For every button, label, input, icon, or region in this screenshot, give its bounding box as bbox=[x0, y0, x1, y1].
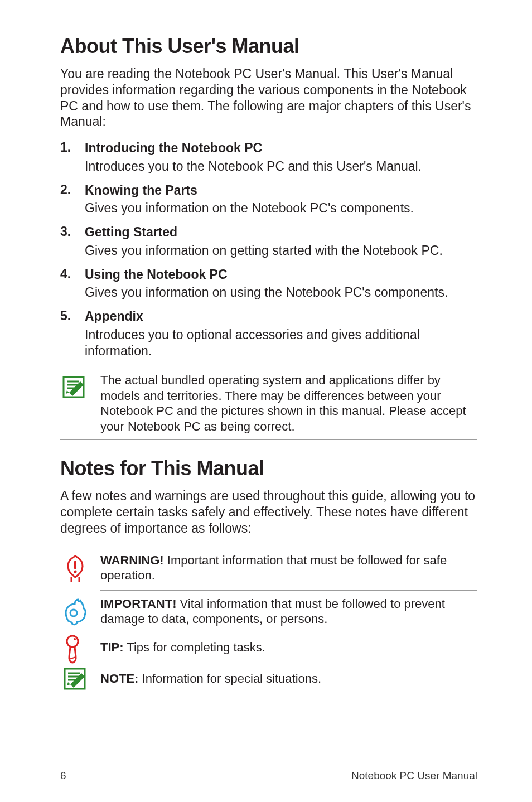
list-item: 1. Introducing the Notebook PC Introduce… bbox=[60, 140, 477, 178]
heading-about: About This User's Manual bbox=[60, 35, 477, 58]
important-icon bbox=[61, 596, 89, 627]
about-intro-paragraph: You are reading the Notebook PC User's M… bbox=[60, 66, 477, 130]
callout-tip: TIP: Tips for completing tasks. bbox=[60, 634, 477, 665]
warning-icon bbox=[61, 553, 89, 584]
svg-point-2 bbox=[74, 570, 77, 573]
chapter-number: 4. bbox=[60, 267, 85, 305]
chapter-list: 1. Introducing the Notebook PC Introduce… bbox=[60, 140, 477, 362]
list-item: 4. Using the Notebook PC Gives you infor… bbox=[60, 267, 477, 305]
important-label: IMPORTANT! bbox=[100, 597, 176, 611]
chapter-desc: Introduces you to optional accessories a… bbox=[85, 327, 477, 359]
chapter-desc: Gives you information on using the Noteb… bbox=[85, 284, 477, 301]
list-item: 5. Appendix Introduces you to optional a… bbox=[60, 308, 477, 362]
chapter-title: Knowing the Parts bbox=[85, 182, 477, 199]
notes-intro-paragraph: A few notes and warnings are used throug… bbox=[60, 488, 477, 536]
heading-notes: Notes for This Manual bbox=[60, 457, 477, 480]
note-icon bbox=[61, 665, 88, 692]
callout-list: WARNING! Important information that must… bbox=[60, 547, 477, 694]
footer-title: Notebook PC User Manual bbox=[351, 770, 477, 782]
chapter-title: Using the Notebook PC bbox=[85, 267, 477, 283]
chapter-number: 5. bbox=[60, 308, 85, 362]
tip-text: Tips for completing tasks. bbox=[124, 640, 265, 654]
warning-label: WARNING! bbox=[100, 553, 164, 567]
chapter-desc: Gives you information on getting started… bbox=[85, 243, 477, 259]
tip-icon bbox=[61, 634, 84, 665]
chapter-number: 2. bbox=[60, 182, 85, 220]
svg-line-6 bbox=[69, 657, 76, 659]
chapter-number: 3. bbox=[60, 224, 85, 262]
svg-point-3 bbox=[70, 610, 77, 616]
callout-warning: WARNING! Important information that must… bbox=[60, 547, 477, 590]
page-number: 6 bbox=[60, 770, 66, 782]
page-footer: 6 Notebook PC User Manual bbox=[60, 767, 477, 782]
chapter-title: Getting Started bbox=[85, 224, 477, 240]
note-label: NOTE: bbox=[100, 671, 138, 685]
callout-note: NOTE: Information for special situations… bbox=[60, 665, 477, 694]
list-item: 3. Getting Started Gives you information… bbox=[60, 224, 477, 262]
chapter-number: 1. bbox=[60, 140, 85, 178]
chapter-title: Introducing the Notebook PC bbox=[85, 140, 477, 156]
bundled-note-block: The actual bundled operating system and … bbox=[60, 368, 477, 440]
bundled-note-text: The actual bundled operating system and … bbox=[100, 373, 477, 434]
note-icon bbox=[60, 374, 87, 400]
note-text: Information for special situations. bbox=[138, 671, 321, 685]
chapter-desc: Introduces you to the Notebook PC and th… bbox=[85, 158, 477, 175]
chapter-title: Appendix bbox=[85, 308, 477, 325]
tip-label: TIP: bbox=[100, 640, 124, 654]
svg-point-4 bbox=[67, 636, 78, 647]
list-item: 2. Knowing the Parts Gives you informati… bbox=[60, 182, 477, 220]
svg-point-5 bbox=[74, 638, 76, 640]
chapter-desc: Gives you information on the Notebook PC… bbox=[85, 200, 477, 216]
callout-important: IMPORTANT! Vital information that must b… bbox=[60, 590, 477, 634]
